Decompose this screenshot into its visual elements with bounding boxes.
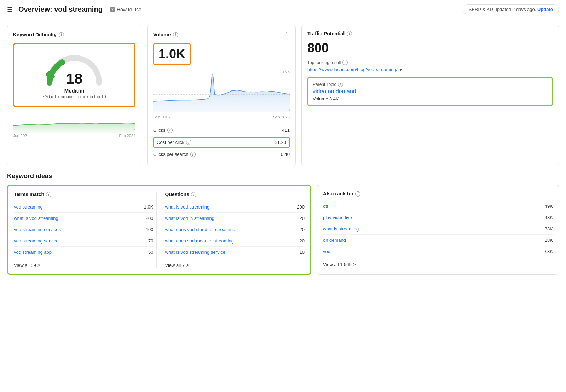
list-item: play video live 43K: [323, 212, 553, 223]
kw-link[interactable]: play video live: [323, 215, 352, 220]
volume-card-header: Volume i ⋮: [153, 31, 290, 39]
how-to-use-button[interactable]: ? How to use: [110, 7, 142, 12]
volume-chart-svg: [153, 70, 290, 112]
keyword-ideas-title: Keyword ideas: [7, 172, 559, 180]
volume-menu-dots[interactable]: ⋮: [283, 31, 290, 39]
kd-date-start: Jun 2021: [13, 134, 29, 138]
kw-link[interactable]: what does vod stand for streaming: [165, 227, 236, 232]
kw-link[interactable]: what is vod in streaming: [165, 216, 214, 221]
main-content: Keyword Difficulty i ⋮: [0, 19, 566, 280]
terms-view-all-label: View all 59: [14, 263, 36, 268]
tp-info-icon[interactable]: i: [347, 31, 352, 36]
also-rank-info-icon[interactable]: i: [355, 191, 360, 197]
chart-date-labels: Sep 2015 Sep 2023: [153, 115, 290, 119]
kw-count: 49K: [539, 204, 553, 209]
kd-card-header: Keyword Difficulty i ⋮: [13, 31, 135, 39]
kw-link[interactable]: what is vod streaming service: [165, 250, 226, 255]
hamburger-icon[interactable]: ☰: [7, 6, 13, 13]
clicks-row: Clicks i 411: [153, 125, 290, 135]
serp-notice-text: SERP & KD updated 2 days ago.: [469, 7, 536, 12]
kw-link[interactable]: vod streaming: [14, 204, 43, 210]
ranking-url[interactable]: https://www.dacast.com/blog/vod-streamin…: [307, 66, 553, 73]
terms-match-info-icon[interactable]: i: [46, 192, 51, 197]
kw-link[interactable]: on demand: [323, 238, 346, 243]
how-to-use-label: How to use: [117, 7, 142, 12]
url-dropdown-arrow[interactable]: ▼: [399, 67, 403, 72]
chart-date-start: Sep 2015: [153, 115, 170, 119]
kw-link[interactable]: vod streaming services: [14, 227, 61, 232]
chart-bottom-label: 0: [288, 108, 290, 112]
kw-count: 43K: [539, 215, 553, 220]
cpc-info-icon[interactable]: i: [186, 140, 191, 145]
questions-view-all-label: View all 7: [165, 263, 185, 268]
kw-link[interactable]: ott: [323, 204, 328, 209]
cps-row: Clicks per search i 0.40: [153, 149, 290, 159]
kw-count: 20: [290, 227, 305, 232]
parent-topic-info-icon[interactable]: i: [338, 82, 343, 87]
update-link[interactable]: Update: [537, 7, 553, 12]
cps-label: Clicks per search i: [153, 152, 196, 157]
volume-number: 1.0K: [158, 47, 185, 62]
top-cards-row: Keyword Difficulty i ⋮: [7, 25, 559, 165]
also-rank-title: Also rank for i: [323, 191, 553, 197]
cpc-label: Cost per click i: [157, 140, 191, 145]
kd-difficulty-label: Medium: [64, 88, 85, 94]
tp-card-header: Traffic Potential i: [307, 31, 553, 36]
terms-match-title: Terms match i: [14, 192, 154, 197]
kw-count: 20: [290, 216, 305, 221]
header: ☰ Overview: vod streaming ? How to use S…: [0, 0, 566, 19]
list-item: vod streaming 1.0K: [14, 201, 154, 213]
kw-count: 100: [139, 227, 154, 232]
questions-info-icon[interactable]: i: [191, 192, 196, 197]
chart-date-end: Sep 2023: [273, 115, 290, 119]
kd-trend-zero: 0: [133, 129, 135, 133]
kw-count: 70: [139, 238, 154, 244]
kw-link[interactable]: vod streaming service: [14, 238, 58, 244]
kd-trend-dates: Jun 2021 Feb 2024: [13, 134, 135, 138]
kd-trend-svg: [13, 112, 135, 133]
kw-count: 200: [139, 216, 154, 221]
kd-card-title: Keyword Difficulty i: [13, 32, 64, 37]
also-rank-view-all[interactable]: View all 1,569 >: [323, 262, 553, 267]
top-ranking-info-icon[interactable]: i: [342, 60, 348, 65]
list-item: vod 9.3K: [323, 246, 553, 257]
questions-view-all[interactable]: View all 7 >: [165, 262, 305, 268]
list-item: vod streaming service 70: [14, 235, 154, 247]
parent-topic-label: Parent Topic i: [313, 82, 548, 87]
kd-number: 18: [66, 71, 83, 86]
kd-menu-dots[interactable]: ⋮: [129, 31, 135, 39]
serp-notice: SERP & KD updated 2 days ago. Update: [463, 4, 559, 14]
parent-topic-link[interactable]: video on demand: [313, 88, 548, 95]
page-title: Overview: vod streaming: [18, 5, 103, 13]
keyword-ideas-grid: Terms match i vod streaming 1.0K what is…: [7, 185, 559, 275]
kw-link[interactable]: vod: [323, 249, 330, 254]
cpc-row: Cost per click i $1.20: [153, 137, 290, 148]
list-item: what is vod streaming 200: [14, 213, 154, 224]
kw-count: 50: [139, 250, 154, 255]
cps-info-icon[interactable]: i: [190, 152, 196, 157]
volume-divider: [153, 122, 290, 122]
volume-highlight: 1.0K: [153, 43, 191, 65]
list-item: what is streaming 33K: [323, 223, 553, 235]
questions-column: Questions i what is vod streaming 200 wh…: [156, 192, 305, 268]
parent-topic-highlight: Parent Topic i video on demand Volume 3.…: [307, 77, 553, 106]
list-item: vod streaming app 50: [14, 247, 154, 258]
clicks-info-icon[interactable]: i: [167, 128, 173, 133]
kw-link[interactable]: vod streaming app: [14, 250, 52, 255]
kw-link[interactable]: what does vod mean in streaming: [165, 238, 234, 244]
also-rank-view-all-chevron: >: [353, 262, 356, 267]
kw-link[interactable]: what is vod streaming: [14, 216, 58, 221]
keyword-difficulty-card: Keyword Difficulty i ⋮: [7, 25, 142, 165]
kw-link[interactable]: what is streaming: [323, 226, 359, 232]
kw-link[interactable]: what is vod streaming: [165, 204, 210, 210]
kw-count: 18K: [539, 238, 553, 243]
top-ranking-label: Top ranking result i: [307, 60, 553, 65]
terms-view-all[interactable]: View all 59 >: [14, 262, 154, 268]
kw-count: 200: [290, 204, 305, 210]
list-item: on demand 18K: [323, 235, 553, 246]
clicks-label: Clicks i: [153, 128, 173, 133]
volume-info-icon[interactable]: i: [173, 32, 178, 37]
kd-info-icon[interactable]: i: [59, 32, 64, 37]
questions-view-all-chevron: >: [186, 262, 189, 268]
cpc-value: $1.20: [275, 140, 286, 145]
